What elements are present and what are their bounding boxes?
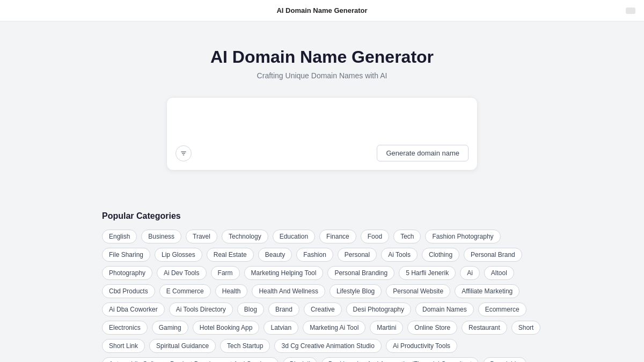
category-tag[interactable]: Online Store — [407, 321, 457, 335]
category-tag[interactable]: Real Estate — [207, 248, 254, 262]
category-tag[interactable]: Tech Startup — [220, 339, 270, 353]
category-tag[interactable]: Ai — [460, 266, 480, 280]
category-tag[interactable]: Education — [273, 230, 315, 243]
category-tag[interactable]: Latvian — [264, 321, 298, 335]
category-tag[interactable]: Health And Wellness — [252, 284, 325, 298]
navbar: AI Domain Name Generator — [0, 0, 644, 21]
category-tag[interactable]: Spiritual Guidance — [149, 339, 216, 353]
category-tag[interactable]: 3d Cg Creative Animation Studio — [274, 339, 381, 353]
category-tag[interactable]: Personal Branding — [327, 266, 394, 280]
category-tag[interactable]: Health — [215, 284, 248, 298]
hero-subtitle: Crafting Unique Domain Names with AI — [102, 71, 542, 80]
search-bottom: Generate domain name — [175, 145, 469, 161]
category-tag[interactable]: Brand — [268, 302, 299, 316]
search-input[interactable] — [175, 106, 469, 138]
category-tag[interactable]: Photography — [102, 266, 152, 280]
category-tag[interactable]: Creative — [304, 302, 342, 316]
hero-section: AI Domain Name Generator Crafting Unique… — [91, 21, 553, 211]
category-tag[interactable]: Ai Tools — [381, 248, 418, 262]
category-tag[interactable]: Gaming — [152, 321, 188, 335]
categories-title: Popular Categories — [102, 211, 542, 221]
category-tag[interactable]: Lip Glosses — [155, 248, 202, 262]
category-tag[interactable]: Restaurant — [462, 321, 507, 335]
category-tag[interactable]: Ecommerce — [478, 302, 526, 316]
category-tag[interactable]: Altool — [484, 266, 514, 280]
category-tag[interactable]: Electronics — [102, 321, 148, 335]
category-tag[interactable]: Ai Dba Coworker — [102, 302, 165, 316]
category-tag[interactable]: Fashion — [296, 248, 333, 262]
filter-icon[interactable] — [175, 145, 192, 161]
page-title: AI Domain Name Generator — [102, 47, 542, 67]
category-tag[interactable]: Ai Dev Tools — [157, 266, 206, 280]
category-tag[interactable]: Biyoloji — [283, 357, 317, 362]
category-tag[interactable]: Blog — [237, 302, 264, 316]
category-tag[interactable]: Clothing — [422, 248, 459, 262]
category-tag[interactable]: Marketing Helping Tool — [244, 266, 324, 280]
search-box: Generate domain name — [166, 97, 478, 171]
navbar-title: AI Domain Name Generator — [276, 6, 367, 14]
navbar-icons — [626, 8, 635, 14]
category-tag[interactable]: E Commerce — [159, 284, 211, 298]
category-tag[interactable]: Personal — [338, 248, 377, 262]
nav-icon — [626, 8, 635, 14]
category-tag[interactable]: Cbd Products — [102, 284, 155, 298]
category-tag[interactable]: File Sharing — [102, 248, 150, 262]
category-tag[interactable]: Affiliate Marketing — [455, 284, 519, 298]
category-tag[interactable]: Hotel Booking App — [193, 321, 260, 335]
category-tag[interactable]: Personal Website — [386, 284, 450, 298]
category-tag[interactable]: Business — [141, 230, 181, 243]
category-tag[interactable]: Tech — [393, 230, 421, 243]
category-tag[interactable]: Brandable — [483, 357, 526, 362]
tags-container: EnglishBusinessTravelTechnologyEducation… — [102, 230, 542, 362]
category-tag[interactable]: Marketing Ai Tool — [303, 321, 365, 335]
category-tag[interactable]: Finance — [319, 230, 356, 243]
category-tag[interactable]: Technology — [222, 230, 268, 243]
category-tag[interactable]: 5 Harfli Jenerik — [399, 266, 456, 280]
category-tag[interactable]: Short Link — [102, 339, 145, 353]
category-tag[interactable]: Personal Brand — [464, 248, 522, 262]
category-tag[interactable]: Short — [511, 321, 541, 335]
category-tag[interactable]: Automobile Software Product Development … — [102, 357, 279, 362]
categories-section: Popular Categories EnglishBusinessTravel… — [91, 211, 553, 362]
category-tag[interactable]: Farm — [211, 266, 240, 280]
category-tag[interactable]: Ai Productivity Tools — [386, 339, 457, 353]
category-tag[interactable]: Food — [361, 230, 389, 243]
category-tag[interactable]: Fashion Photography — [425, 230, 500, 243]
category-tag[interactable]: Martini — [370, 321, 403, 335]
category-tag[interactable]: Desi Photography — [346, 302, 411, 316]
category-tag[interactable]: Ai Tools Directory — [169, 302, 233, 316]
category-tag[interactable]: Beauty — [258, 248, 292, 262]
category-tag[interactable]: Travel — [186, 230, 217, 243]
category-tag[interactable]: Bookkeeping And Accounting/Financial Con… — [321, 357, 479, 362]
category-tag[interactable]: Domain Names — [415, 302, 474, 316]
category-tag[interactable]: English — [102, 230, 137, 243]
category-tag[interactable]: Lifestyle Blog — [330, 284, 382, 298]
generate-button[interactable]: Generate domain name — [377, 145, 469, 161]
